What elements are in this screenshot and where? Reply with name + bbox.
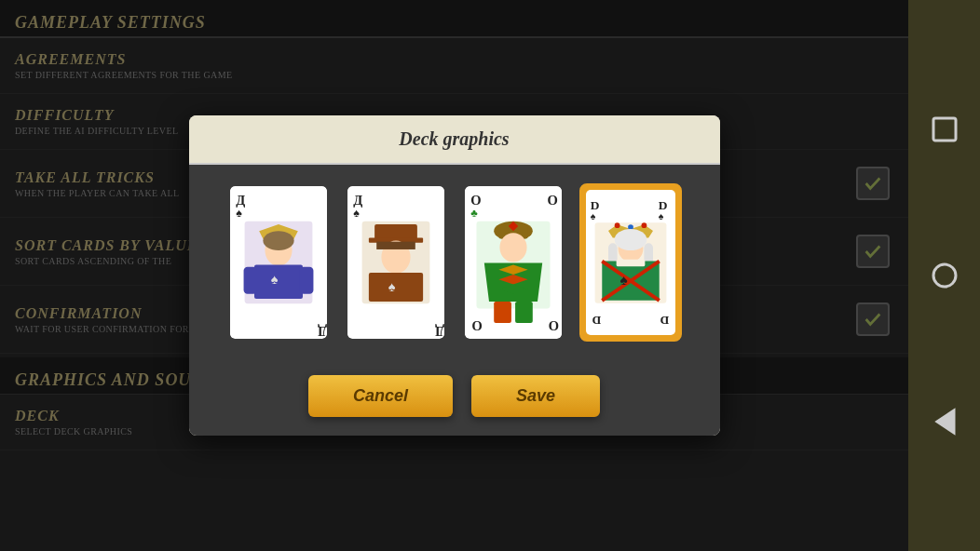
- card-face-1: Д ♠: [230, 186, 327, 339]
- card-option-4[interactable]: D D ♠ ♠: [579, 183, 682, 342]
- card-option-3[interactable]: O O ♣: [462, 183, 565, 342]
- svg-text:♠: ♠: [619, 272, 627, 288]
- svg-rect-20: [368, 273, 422, 302]
- svg-marker-63: [937, 410, 954, 433]
- svg-point-49: [641, 222, 647, 228]
- svg-text:♠: ♠: [388, 279, 395, 294]
- svg-rect-8: [243, 267, 257, 294]
- svg-text:D: D: [592, 314, 601, 328]
- svg-text:D: D: [660, 314, 669, 328]
- svg-text:O: O: [547, 193, 557, 208]
- modal-header: Deck graphics: [189, 115, 720, 165]
- svg-text:♠: ♠: [236, 207, 242, 220]
- modal-overlay[interactable]: Deck graphics Д ♠: [0, 0, 908, 551]
- modal-body: Д ♠: [189, 165, 720, 360]
- svg-point-31: [499, 233, 526, 262]
- svg-text:♣: ♣: [470, 208, 478, 219]
- svg-rect-9: [299, 267, 313, 294]
- svg-rect-57: [616, 260, 645, 267]
- modal-title: Deck graphics: [208, 128, 701, 150]
- card-face-4: D D ♠ ♠: [586, 190, 675, 335]
- svg-text:♠: ♠: [658, 211, 663, 222]
- save-button[interactable]: Save: [471, 375, 600, 417]
- svg-point-47: [614, 222, 619, 228]
- square-button[interactable]: [925, 110, 964, 149]
- svg-text:Д: Д: [317, 324, 326, 339]
- settings-panel: Gameplay settings Agreements Set differe…: [0, 0, 908, 551]
- card-face-3: O O ♣: [465, 186, 562, 339]
- svg-text:O: O: [548, 318, 558, 333]
- svg-point-6: [263, 231, 293, 250]
- svg-text:O: O: [471, 318, 482, 333]
- deck-graphics-modal: Deck graphics Д ♠: [189, 115, 720, 436]
- svg-rect-37: [515, 302, 533, 323]
- svg-text:♠: ♠: [590, 211, 595, 222]
- cancel-button[interactable]: Cancel: [308, 375, 453, 417]
- modal-footer: Cancel Save: [189, 360, 720, 436]
- card-option-2[interactable]: Д ♠ ♠: [345, 183, 447, 342]
- svg-text:O: O: [470, 193, 481, 208]
- svg-point-62: [933, 264, 956, 287]
- svg-text:♠: ♠: [353, 207, 360, 220]
- svg-rect-19: [376, 242, 415, 249]
- svg-text:Д: Д: [434, 324, 443, 339]
- back-button[interactable]: [925, 402, 964, 441]
- right-sidebar: [908, 0, 980, 551]
- circle-button[interactable]: [925, 256, 964, 295]
- svg-text:D: D: [590, 198, 599, 212]
- svg-rect-36: [494, 302, 511, 323]
- card-option-1[interactable]: Д ♠: [227, 183, 330, 342]
- svg-text:D: D: [658, 198, 667, 212]
- svg-text:♠: ♠: [270, 272, 278, 287]
- svg-rect-61: [933, 118, 956, 141]
- card-face-2: Д ♠ ♠: [347, 186, 444, 339]
- svg-rect-7: [254, 265, 303, 299]
- svg-point-51: [614, 229, 647, 250]
